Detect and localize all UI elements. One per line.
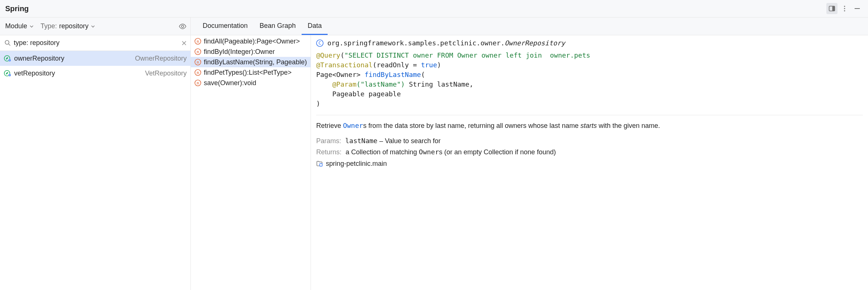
tab-documentation[interactable]: Documentation (197, 17, 254, 35)
bean-item-vetRepository[interactable]: vetRepositoryVetRepository (0, 66, 190, 81)
svg-text:m: m (197, 50, 199, 54)
params-row: Params: lastName – Value to search for (316, 137, 863, 145)
returns-label: Returns: (316, 148, 341, 156)
method-icon: m (195, 80, 201, 86)
method-signature: findPetTypes():List<PetType> (204, 69, 292, 77)
module-name: spring-petclinic.main (326, 160, 387, 168)
owner-type-link[interactable]: Owner (343, 122, 363, 129)
svg-rect-5 (855, 8, 860, 9)
method-signature: findById(Integer):Owner (204, 48, 275, 56)
returns-row: Returns: a Collection of matching Owners… (316, 148, 863, 156)
svg-text:m: m (197, 81, 199, 85)
method-item[interactable]: mfindByLastName(String, Pageable) (191, 57, 311, 67)
chevron-down-icon (29, 24, 34, 29)
method-signature: findAll(Pageable):Page<Owner> (204, 38, 300, 45)
qualified-name: org.springframework.samples.petclinic.ow… (327, 39, 565, 47)
bean-icon (4, 55, 11, 62)
search-icon (4, 40, 11, 46)
minimize-icon (854, 5, 861, 12)
panel-layout-icon (828, 5, 836, 12)
svg-text:m: m (197, 60, 199, 64)
module-icon (316, 160, 323, 167)
bean-name: vetRepository (14, 70, 145, 77)
tab-bean-graph[interactable]: Bean Graph (254, 17, 302, 35)
svg-point-6 (181, 25, 184, 28)
method-signature: save(Owner):void (204, 79, 256, 87)
svg-point-2 (844, 6, 845, 7)
left-pane: Module Type: repository (0, 17, 191, 290)
detail-pane: DocumentationBean GraphData mfindAll(Pag… (191, 17, 868, 290)
filter-row: Module Type: repository (0, 17, 190, 35)
bean-type: OwnerRepository (135, 55, 187, 62)
close-icon (181, 41, 187, 46)
module-dropdown[interactable]: Module (5, 22, 34, 30)
bean-item-ownerRepository[interactable]: ownerRepositoryOwnerRepository (0, 51, 190, 66)
package-name: org.springframework.samples.petclinic.ow… (327, 39, 505, 47)
svg-point-16 (9, 75, 10, 75)
class-icon: C (316, 39, 324, 47)
svg-line-8 (9, 44, 10, 46)
tool-window-title: Spring (5, 4, 29, 13)
method-signature: findByLastName(String, Pageable) (204, 58, 307, 66)
svg-point-4 (844, 10, 845, 11)
svg-rect-1 (832, 6, 835, 11)
tabs-row: DocumentationBean GraphData (191, 17, 868, 35)
bean-type: VetRepository (145, 70, 187, 77)
owner-type-link[interactable]: Owner (419, 148, 439, 156)
svg-text:C: C (319, 41, 321, 46)
doc-pane: C org.springframework.samples.petclinic.… (311, 35, 868, 290)
svg-text:m: m (197, 71, 199, 75)
method-item[interactable]: mfindById(Integer):Owner (191, 46, 311, 57)
svg-rect-29 (320, 164, 322, 166)
module-dropdown-label: Module (5, 22, 27, 30)
options-button[interactable] (839, 3, 850, 14)
type-dropdown[interactable]: Type: repository (41, 22, 95, 30)
param-name: lastName (345, 137, 377, 145)
svg-point-7 (5, 41, 9, 44)
method-item[interactable]: mfindPetTypes():List<PetType> (191, 67, 311, 78)
type-dropdown-value: repository (59, 22, 89, 30)
svg-point-12 (9, 60, 10, 61)
eye-icon (179, 22, 187, 30)
search-bar (0, 35, 190, 51)
method-icon: m (195, 38, 201, 45)
method-item[interactable]: msave(Owner):void (191, 78, 311, 88)
svg-point-3 (844, 8, 845, 9)
panel-layout-button[interactable] (826, 3, 838, 14)
bean-list: ownerRepositoryOwnerRepositoryvetReposit… (0, 51, 190, 290)
search-input[interactable] (14, 39, 181, 47)
kebab-icon (841, 5, 848, 12)
tab-data[interactable]: Data (302, 17, 328, 35)
bean-name: ownerRepository (14, 55, 135, 62)
svg-text:m: m (197, 39, 199, 44)
minimize-button[interactable] (852, 3, 863, 14)
titlebar: Spring (0, 0, 868, 17)
module-row: spring-petclinic.main (316, 160, 863, 168)
workspace: Module Type: repository (0, 17, 868, 290)
clear-search-button[interactable] (181, 41, 187, 46)
doc-content: C org.springframework.samples.petclinic.… (311, 35, 868, 173)
method-item[interactable]: mfindAll(Pageable):Page<Owner> (191, 36, 311, 46)
description: Retrieve Owners from the data store by l… (316, 120, 863, 131)
method-list: mfindAll(Pageable):Page<Owner>mfindById(… (191, 35, 311, 290)
method-icon: m (195, 69, 201, 76)
chevron-down-icon (91, 24, 95, 29)
class-name: OwnerRepository (505, 39, 565, 47)
bean-icon (4, 70, 11, 77)
type-dropdown-label: Type: (41, 22, 57, 30)
method-icon: m (195, 48, 201, 55)
params-label: Params: (316, 137, 341, 145)
show-as-toggle[interactable] (179, 22, 187, 30)
method-icon: m (195, 59, 201, 65)
signature-block: @Query("SELECT DISTINCT owner FROM Owner… (316, 51, 863, 109)
